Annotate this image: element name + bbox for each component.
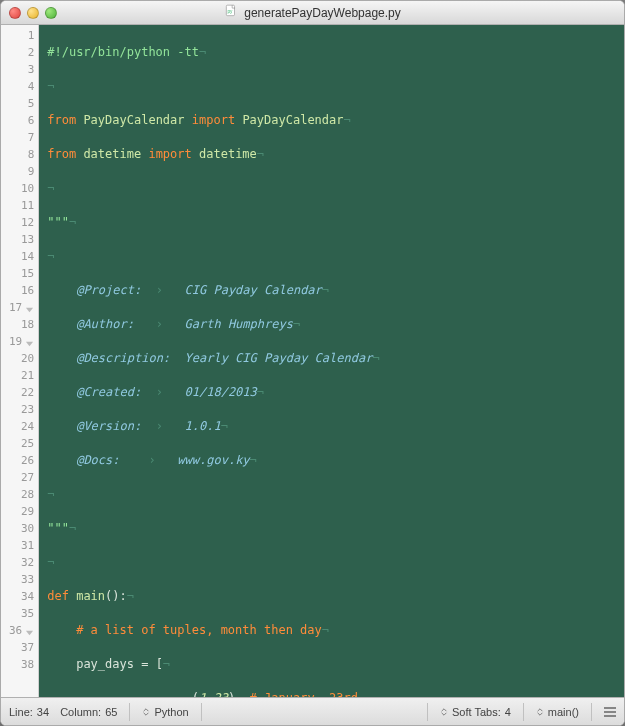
chevron-updown-icon [440, 708, 448, 716]
chevron-updown-icon [142, 708, 150, 716]
zoom-button[interactable] [45, 7, 57, 19]
close-button[interactable] [9, 7, 21, 19]
window-title: generatePayDayWebpage.py [244, 6, 401, 20]
symbol-selector[interactable]: main() [536, 706, 579, 718]
line-number-gutter[interactable]: 1 2 3 4 5 6 7 8 9 10 11 12 13 14 15 16 1… [1, 25, 39, 697]
traffic-lights [9, 7, 57, 19]
language-selector[interactable]: Python [142, 706, 188, 718]
status-bar: Line: 34 Column: 65 Python Soft Tabs: 4 … [1, 697, 624, 725]
menu-button[interactable] [604, 707, 616, 717]
softtabs-selector[interactable]: Soft Tabs: 4 [440, 706, 511, 718]
fold-icon[interactable] [25, 337, 34, 346]
editor-window: py generatePayDayWebpage.py 1 2 3 4 5 6 … [0, 0, 625, 726]
editor-area: 1 2 3 4 5 6 7 8 9 10 11 12 13 14 15 16 1… [1, 25, 624, 697]
fold-icon[interactable] [25, 303, 34, 312]
menu-icon [604, 707, 616, 717]
minimize-button[interactable] [27, 7, 39, 19]
file-icon: py [224, 4, 238, 21]
svg-text:py: py [228, 9, 234, 14]
code-panel[interactable]: #!/usr/bin/python -tt¬ ¬ from PayDayCale… [39, 25, 624, 697]
status-line-col[interactable]: Line: 34 Column: 65 [9, 706, 117, 718]
chevron-updown-icon [536, 708, 544, 716]
titlebar[interactable]: py generatePayDayWebpage.py [1, 1, 624, 25]
fold-icon[interactable] [25, 626, 34, 635]
